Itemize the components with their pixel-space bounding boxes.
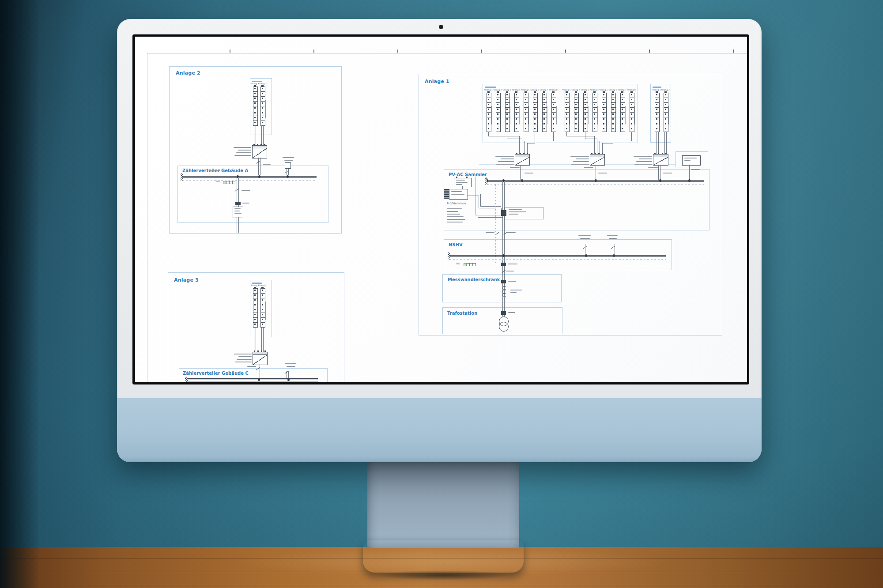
pv-ac-sammler-title: PV-AC Sammler: [449, 172, 487, 177]
wire-segment: [254, 327, 254, 352]
micro-text-bar: [501, 158, 514, 159]
wire-segment: [467, 194, 480, 194]
junction-dot: [613, 254, 615, 256]
terminal-nub: [591, 153, 592, 154]
pv-module-symbol: [592, 127, 597, 132]
wire-segment: [600, 141, 631, 141]
rotated-text-bar: [265, 302, 266, 320]
wire-segment: [503, 331, 503, 333]
micro-text-bar: [234, 208, 241, 209]
busbar: [487, 180, 704, 181]
micro-text-bar: [238, 356, 252, 357]
wire-segment: [585, 139, 597, 139]
micro-text-bar: [506, 232, 516, 233]
micro-text-bar: [456, 184, 462, 185]
wire-segment: [228, 178, 228, 181]
junction-dot: [258, 379, 260, 381]
micro-text-bar: [263, 164, 271, 165]
micro-bluetext-bar: [485, 87, 496, 88]
pv-module-symbol: [505, 127, 510, 132]
busbar: [449, 254, 666, 254]
micro-text-bar: [573, 161, 589, 162]
wire-segment: [135, 269, 147, 269]
busbar-end-hatch: [448, 253, 450, 260]
wire-segment: [288, 371, 289, 378]
micro-text-bar: [247, 366, 256, 367]
neutral-dash-line: [487, 184, 704, 185]
rotated-text-bar: [668, 106, 669, 124]
strang-label: Strang 8: [626, 89, 637, 91]
wire-segment: [488, 132, 489, 136]
schematic-sheet[interactable]: Anlage 2 Zählerverteiler Gebäude A Anlag…: [135, 37, 747, 382]
rotated-text-bar: [258, 100, 258, 118]
din-rail-meter-hatch: [444, 189, 449, 199]
anlage3-zaehlerverteiler-title: Zählerverteiler Gebäude C: [183, 371, 249, 376]
fold-mark: [481, 49, 482, 53]
wire-segment: [475, 215, 503, 215]
anlage1-title: Anlage 1: [425, 79, 449, 84]
wire-segment: [527, 143, 535, 143]
micro-text-bar: [648, 167, 658, 168]
micro-text-bar: [639, 158, 652, 159]
wire-segment: [600, 141, 600, 154]
fuse-element: [501, 311, 506, 315]
micro-text-bar: [242, 190, 250, 191]
rotated-text-bar: [616, 106, 616, 124]
busbar-end-hatch: [181, 173, 183, 181]
pas-terminal: [229, 181, 232, 184]
wire-segment: [261, 125, 262, 145]
micro-text-bar: [447, 219, 465, 220]
nshv-box: [444, 239, 672, 270]
terminal-nub: [520, 153, 521, 154]
pv-module-symbol: [583, 127, 588, 132]
wire-segment: [258, 364, 258, 378]
terminal-nub: [595, 153, 596, 154]
micro-bluetext-bar: [252, 81, 262, 82]
wire-segment: [263, 327, 264, 352]
rotated-text-bar: [588, 106, 589, 124]
rotated-text-bar: [579, 106, 579, 124]
terminal-nub: [261, 351, 262, 352]
wire-segment: [660, 165, 660, 180]
busbar: [487, 181, 704, 182]
wire-segment: [479, 208, 496, 208]
wire-segment: [585, 244, 585, 254]
webcam-icon: [439, 25, 443, 29]
wire-segment: [256, 125, 256, 145]
inverter-body: [252, 148, 267, 158]
wire-segment: [535, 132, 535, 143]
pv-module-symbol: [611, 127, 616, 132]
wire-segment: [658, 132, 659, 154]
strang-label: Strang 2: [257, 284, 268, 286]
wire-segment: [478, 178, 478, 217]
pv-module-symbol: [496, 127, 501, 132]
micro-text-bar: [684, 158, 697, 158]
rotated-text-bar: [547, 106, 547, 124]
wire-segment: [602, 143, 613, 143]
wire-segment: [260, 158, 260, 175]
wire-segment: [613, 132, 613, 143]
micro-text-bar: [242, 203, 249, 204]
micro-text-bar: [447, 222, 463, 222]
inverter-body: [653, 157, 668, 166]
strang-label: Strang 2: [660, 89, 671, 91]
wire-segment: [594, 165, 594, 180]
micro-text-bar: [636, 161, 652, 162]
spd-element: [501, 210, 506, 216]
micro-text-bar: [447, 208, 462, 209]
busbar: [182, 176, 317, 177]
terminal-nub: [257, 351, 259, 352]
terminal-nub: [257, 144, 258, 145]
pv-ac-sammler-box: [444, 169, 709, 230]
rotated-text-bar: [258, 302, 258, 320]
wire-segment: [261, 327, 262, 352]
wire-segment: [462, 186, 463, 189]
inverter-body: [515, 157, 530, 166]
pv-module-symbol: [565, 127, 570, 132]
terminal-nub: [665, 153, 667, 154]
wire-segment: [507, 139, 522, 139]
micro-text-bar: [456, 180, 465, 181]
micro-text-bar: [235, 362, 252, 362]
fold-mark: [649, 49, 650, 53]
micro-text-bar: [584, 167, 593, 168]
